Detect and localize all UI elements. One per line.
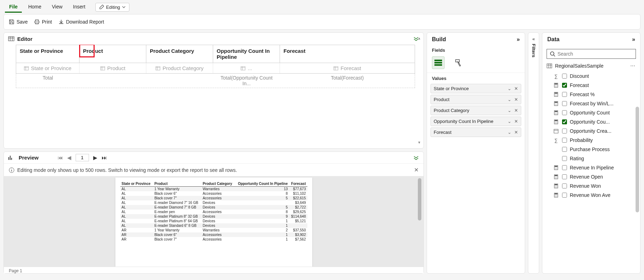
svg-point-14 (555, 85, 556, 86)
download-button[interactable]: Download Report (58, 19, 104, 25)
data-field-row[interactable]: Rating (552, 154, 640, 163)
field-label: Discount (570, 73, 639, 79)
format-visual-icon[interactable] (452, 56, 465, 69)
preview-header: Forecast (289, 181, 307, 187)
data-field-row[interactable]: Forecast % (552, 90, 640, 99)
editor-scrollbar[interactable]: ▲ ▼ (417, 36, 421, 145)
preview-collapse-button[interactable] (413, 155, 419, 161)
remove-icon[interactable]: ✕ (514, 119, 518, 124)
preview-scrollbar[interactable] (418, 178, 421, 265)
nav-next-icon[interactable]: ▶ (93, 155, 97, 161)
header-opp-count[interactable]: Opportunity Count In Pipeline (213, 45, 280, 63)
search-box[interactable] (547, 49, 636, 59)
value-pill[interactable]: State or Province⌄✕ (431, 84, 521, 93)
header-forecast[interactable]: Forecast (280, 45, 415, 63)
nav-last-icon[interactable]: ⏭ (102, 155, 107, 161)
data-field-row[interactable]: ∑Probability (552, 136, 640, 145)
field-checkbox[interactable] (562, 92, 567, 97)
field-checkbox[interactable] (562, 129, 567, 133)
svg-point-52 (556, 177, 557, 178)
menu-insert[interactable]: Insert (69, 2, 90, 13)
data-field-row[interactable]: ∑Discount (552, 71, 640, 81)
remove-icon[interactable]: ✕ (514, 86, 518, 91)
total-label: Total (16, 74, 79, 88)
table-row: ALE-reader penAccessories8$29,625 (120, 210, 307, 214)
data-field-row[interactable]: Revenue Won (552, 181, 640, 191)
filters-panel-collapsed[interactable]: « Filters (528, 32, 539, 274)
filters-expand-icon[interactable]: « (532, 36, 535, 42)
print-icon (34, 19, 40, 25)
field-checkbox[interactable] (562, 83, 567, 88)
chevron-down-icon[interactable]: ⌄ (508, 130, 511, 135)
field-icon (241, 66, 246, 71)
remove-icon[interactable]: ✕ (514, 97, 518, 102)
data-field-row[interactable]: Purchase Process (552, 145, 640, 154)
field-checkbox[interactable] (562, 138, 567, 143)
data-field-row[interactable]: Opportunity Crea... (552, 126, 640, 136)
field-checkbox[interactable] (562, 183, 567, 188)
chevron-down-icon[interactable]: ⌄ (508, 97, 511, 102)
data-field-row[interactable]: Revenue Won Ave (552, 191, 640, 200)
field-checkbox[interactable] (562, 193, 567, 198)
svg-rect-0 (8, 37, 14, 41)
page-input[interactable] (76, 154, 89, 161)
data-table-name[interactable]: RegionalSalesSample (555, 63, 604, 69)
ph-state: State or Province (31, 65, 71, 71)
header-product[interactable]: Product (79, 45, 146, 63)
search-input[interactable] (557, 51, 633, 57)
menu-home[interactable]: Home (24, 2, 45, 13)
value-pill[interactable]: Forecast⌄✕ (431, 127, 521, 137)
build-collapse-icon[interactable]: » (517, 36, 520, 43)
chevron-down-icon[interactable]: ⌄ (508, 119, 511, 124)
nav-first-icon[interactable]: ⏮ (58, 155, 63, 161)
svg-point-29 (556, 105, 557, 105)
editor-placeholder-row: State or Province Product Product Catego… (16, 63, 415, 74)
data-collapse-icon[interactable]: » (632, 36, 635, 43)
field-checkbox[interactable] (562, 119, 567, 124)
data-scrollbar[interactable] (636, 107, 639, 212)
chevron-down-icon[interactable]: ⌄ (508, 86, 511, 91)
data-field-row[interactable]: Forecast (552, 81, 640, 90)
editing-mode-dropdown[interactable]: Editing (95, 3, 130, 12)
value-pill[interactable]: Product⌄✕ (431, 95, 521, 104)
preview-header: Product Category (201, 181, 235, 187)
data-field-row[interactable]: Forecast by Win/L... (552, 99, 640, 108)
filters-label: Filters (531, 44, 536, 57)
svg-point-38 (555, 122, 556, 123)
data-field-row[interactable]: Revenue In Pipeline (552, 163, 640, 172)
field-label: Rating (570, 156, 639, 161)
nav-prev-icon[interactable]: ◀ (67, 155, 71, 161)
scroll-up-icon[interactable]: ▲ (417, 36, 421, 41)
field-checkbox[interactable] (562, 174, 567, 179)
header-category[interactable]: Product Category (146, 45, 213, 63)
field-checkbox[interactable] (562, 165, 567, 170)
table-visual-icon[interactable] (432, 56, 445, 69)
svg-rect-37 (555, 120, 557, 121)
menu-file[interactable]: File (5, 2, 22, 13)
menu-view[interactable]: View (47, 2, 66, 13)
field-checkbox[interactable] (562, 74, 567, 79)
remove-icon[interactable]: ✕ (514, 108, 518, 113)
preview-pane: Preview ⏮ ◀ ▶ ⏭ Editing mode only shows … (4, 151, 424, 274)
svg-point-33 (556, 113, 557, 113)
field-checkbox[interactable] (562, 110, 567, 115)
data-field-row[interactable]: Opportunity Count (552, 108, 640, 117)
header-state[interactable]: State or Province (16, 45, 79, 63)
value-pill[interactable]: Product Category⌄✕ (431, 106, 521, 115)
value-pill[interactable]: Opportunity Count In Pipeline⌄✕ (431, 117, 521, 126)
svg-rect-62 (555, 193, 557, 194)
field-checkbox[interactable] (562, 156, 567, 161)
editor-icon (8, 36, 14, 42)
svg-point-34 (555, 114, 556, 114)
data-field-row[interactable]: Revenue Open (552, 172, 640, 181)
remove-icon[interactable]: ✕ (514, 130, 518, 135)
table-more-icon[interactable]: ⋯ (630, 63, 636, 69)
field-checkbox[interactable] (562, 101, 567, 106)
chevron-down-icon[interactable]: ⌄ (508, 108, 511, 113)
scroll-down-icon[interactable]: ▼ (417, 141, 421, 145)
data-field-row[interactable]: Opportunity Cou... (552, 117, 640, 126)
print-button[interactable]: Print (34, 19, 52, 25)
field-checkbox[interactable] (562, 147, 567, 152)
info-close-button[interactable]: ✕ (414, 167, 419, 173)
save-button[interactable]: Save (9, 19, 28, 25)
